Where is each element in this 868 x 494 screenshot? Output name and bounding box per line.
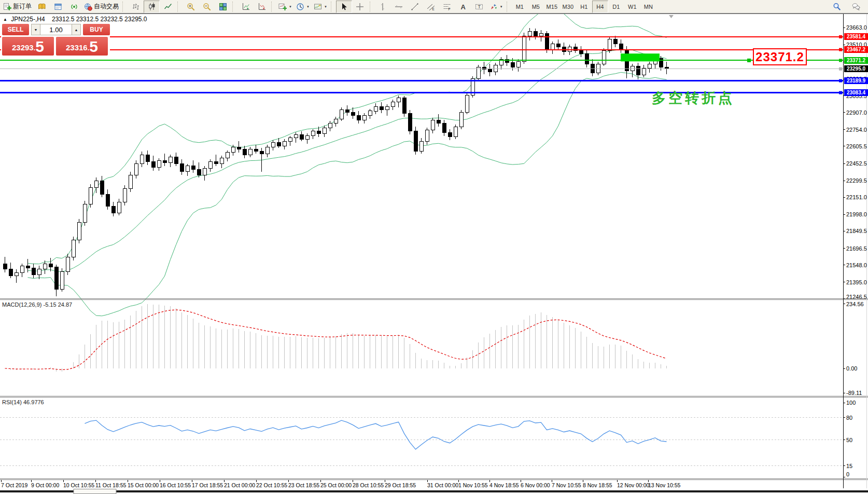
svg-text:F: F	[449, 7, 451, 11]
buy-price-button[interactable]: 23316.5	[56, 37, 108, 56]
ohlc-values: 23312.5 23312.5 23232.5 23295.0	[52, 16, 147, 23]
timeframe-h4[interactable]: H4	[592, 1, 608, 13]
time-axis-label: 21 Oct 00:00	[224, 482, 255, 488]
search-button[interactable]	[829, 1, 845, 13]
fibonacci-button[interactable]: F	[439, 1, 455, 13]
zoom-in-icon	[187, 3, 195, 11]
timeframe-d1[interactable]: D1	[608, 1, 624, 13]
collapse-panel-icon[interactable]: ▲	[3, 17, 7, 22]
price-axis-tick: 22605.5	[846, 143, 867, 149]
cursor-button[interactable]	[336, 1, 352, 13]
autotrading-icon	[84, 3, 92, 11]
arrange-up-icon	[242, 3, 250, 11]
time-axis-label: 31 Oct 00:00	[427, 482, 458, 488]
new-order-button-label: 新订单	[13, 2, 32, 11]
chevron-down-icon: ▼	[289, 5, 292, 8]
timeframe-w1[interactable]: W1	[624, 1, 640, 13]
data-window-button[interactable]	[50, 1, 66, 13]
templates-button[interactable]: ▼	[312, 1, 329, 13]
timeframe-m15-label: M15	[547, 4, 557, 10]
buy-price-big-digit: 5	[89, 39, 98, 54]
macd-axis-tick: 234.56	[846, 301, 864, 307]
arrows-icon	[489, 3, 498, 11]
buy-button[interactable]: BUY	[83, 24, 110, 35]
rsi-axis-tick: 80	[846, 415, 852, 421]
zoom-out-button[interactable]	[199, 1, 215, 13]
timeframe-m5[interactable]: M5	[528, 1, 544, 13]
time-axis-label: 12 Nov 00:00	[617, 482, 649, 488]
line-chart-button[interactable]	[160, 1, 176, 13]
timeframe-m15[interactable]: M15	[544, 1, 560, 13]
time-axis-label: 11 Oct 18:55	[95, 482, 126, 488]
time-axis-label: 4 Nov 18:55	[489, 482, 519, 488]
chart-shift-button[interactable]	[254, 1, 270, 13]
volume-input[interactable]: 1.00	[40, 24, 72, 35]
time-axis-label: 7 Nov 10:55	[552, 482, 581, 488]
zoom-out-icon	[203, 3, 211, 11]
price-tag: 23295.0	[844, 65, 868, 72]
timeframe-mn[interactable]: MN	[640, 1, 656, 13]
text-button[interactable]: A	[455, 1, 471, 13]
chevron-down-icon: ▼	[500, 5, 503, 8]
h-scrollbar-thumb[interactable]	[74, 489, 116, 494]
price-callout[interactable]: 23371.2	[753, 48, 807, 65]
periods-button[interactable]: ▼	[294, 1, 312, 13]
timeframe-m30[interactable]: M30	[560, 1, 576, 13]
timeframe-m5-label: M5	[532, 4, 540, 10]
volume-down-button[interactable]: ▼	[31, 24, 40, 35]
arrows-button[interactable]: ▼	[487, 1, 505, 13]
timeframe-h1[interactable]: H1	[576, 1, 592, 13]
bar-chart-button[interactable]	[128, 1, 144, 13]
toolbar-separator	[232, 2, 235, 12]
new-order-button[interactable]: 新订单	[1, 1, 34, 13]
time-axis-label: 22 Oct 10:55	[256, 482, 287, 488]
autotrading-button[interactable]: 自动交易	[82, 1, 121, 13]
text-label-button[interactable]: T	[471, 1, 487, 13]
channel-button[interactable]: E	[423, 1, 439, 13]
volume-up-button[interactable]: ▲	[72, 24, 81, 35]
price-axis-tick: 22151.0	[846, 194, 867, 200]
toolbar-separator	[370, 2, 373, 12]
chart-canvas[interactable]	[0, 0, 868, 494]
rsi-axis-tick: 0	[846, 471, 849, 477]
buy-price-int: 23316	[66, 41, 88, 54]
data-window-icon	[54, 3, 62, 11]
price-axis-tick: 23663.0	[846, 24, 867, 31]
time-axis-label: 29 Oct 18:55	[385, 482, 416, 488]
text-icon: A	[459, 3, 467, 11]
sell-price-button[interactable]: 23293.5	[2, 37, 54, 56]
candle-chart-button[interactable]	[144, 1, 160, 13]
zoom-in-button[interactable]	[183, 1, 199, 13]
trendline-button[interactable]	[407, 1, 423, 13]
time-axis-label: 13 Nov 10:55	[648, 482, 680, 488]
auto-arrange-button[interactable]	[237, 1, 254, 13]
signals-button[interactable]	[66, 1, 82, 13]
sell-button[interactable]: SELL	[2, 24, 29, 35]
charts-book-button[interactable]	[34, 1, 50, 13]
time-axis-label: 6 Nov 00:00	[521, 482, 550, 488]
price-axis-tick: 22299.5	[846, 177, 867, 184]
price-tag: 23083.4	[844, 89, 868, 96]
toolbar-separator	[122, 2, 125, 12]
price-tag: 23467.2	[844, 46, 868, 53]
new-chart-button[interactable]: ▼	[276, 1, 294, 13]
price-tag: 23371.2	[844, 57, 868, 64]
timeframe-h1-label: H1	[580, 4, 587, 10]
crosshair-button[interactable]	[352, 1, 368, 13]
price-axis-tick: 21395.0	[846, 279, 867, 285]
price-axis-tick: 22452.5	[846, 160, 867, 167]
tile-windows-button[interactable]	[215, 1, 231, 13]
line-chart-icon	[164, 3, 172, 11]
chat-button[interactable]	[848, 1, 864, 13]
crosshair-icon	[356, 3, 364, 11]
horizontal-line-button[interactable]	[391, 1, 407, 13]
time-axis-label: 28 Oct 10:55	[353, 482, 384, 488]
timeframe-w1-label: W1	[628, 4, 637, 10]
symbol-timeframe: JPN225-,H4	[11, 16, 45, 23]
new-chart-icon	[278, 3, 287, 11]
template-icon	[314, 3, 322, 11]
time-axis-label: 23 Oct 18:55	[288, 482, 319, 488]
timeframe-m1[interactable]: M1	[512, 1, 528, 13]
one-click-trading-panel: SELL ▼ 1.00 ▲ BUY 23293.5 23316.5	[1, 23, 110, 56]
vertical-line-button[interactable]	[375, 1, 391, 13]
